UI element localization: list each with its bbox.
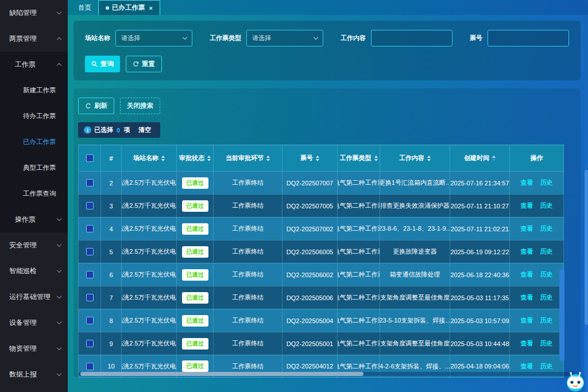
assistant-robot-icon[interactable] (563, 369, 587, 392)
reset-button[interactable]: 重置 (126, 56, 162, 72)
column-label: 票号 (300, 154, 313, 162)
sort-icon[interactable] (492, 156, 496, 161)
header-cell-4[interactable]: 票号 (283, 145, 338, 171)
row-checkbox[interactable] (86, 294, 94, 301)
tab-done-work-tickets[interactable]: 已办工作票× (98, 0, 160, 15)
history-link[interactable]: 历史 (540, 270, 553, 279)
history-link[interactable]: 历史 (540, 201, 553, 210)
tab-home[interactable]: 首页 (71, 0, 98, 15)
history-link[interactable]: 历史 (540, 316, 553, 325)
sidebar-item-0[interactable]: 缺陷管理 (0, 0, 68, 26)
sidebar-item-3[interactable]: 新建工作票 (0, 77, 68, 103)
sort-icon[interactable] (161, 156, 165, 161)
refresh-button[interactable]: 刷新 (78, 98, 114, 114)
row-cell-4: DQ2-202505006 (283, 286, 338, 309)
sidebar-item-12[interactable]: 设备管理 (0, 310, 68, 336)
ticket-no-input[interactable] (488, 30, 569, 46)
row-cell-7: 2025-06-18 22:40:36 (450, 263, 510, 286)
header-cell-5[interactable]: 工作票类型 (338, 145, 380, 171)
sidebar-item-4[interactable]: 待办工作票 (0, 103, 68, 129)
clear-selection-link[interactable]: 清空 (138, 126, 151, 134)
sidebar-item-8[interactable]: 操作票 (0, 207, 68, 232)
sidebar-item-13[interactable]: 物资管理 (0, 336, 68, 362)
view-link[interactable]: 查看 (521, 339, 533, 348)
horizontal-scrollbar[interactable] (78, 372, 575, 376)
view-link[interactable]: 查看 (521, 201, 533, 210)
reset-icon (133, 61, 139, 67)
header-cell-2[interactable]: 审批状态 (177, 145, 214, 171)
sidebar-item-label: 数据上报 (9, 370, 37, 379)
row-cell-2: 已通过 (177, 286, 214, 309)
row-checkbox[interactable] (86, 179, 94, 187)
table-row: 3临洮2.5万千瓦光伏电...已通过工作票终结DQ2-202507005电气第二… (78, 194, 564, 217)
sort-icon[interactable] (374, 156, 378, 161)
sort-asc-icon (207, 156, 211, 158)
row-checkbox[interactable] (86, 340, 94, 347)
view-link[interactable]: 查看 (521, 293, 533, 302)
work-content-input[interactable] (371, 30, 452, 46)
sort-icon[interactable] (266, 156, 270, 161)
sidebar-item-label: 智能巡检 (9, 266, 37, 276)
sidebar-item-7[interactable]: 工作票查询 (0, 181, 68, 207)
header-cell-6[interactable]: 工作内容 (380, 145, 450, 171)
view-link[interactable]: 查看 (521, 362, 533, 371)
view-link[interactable]: 查看 (521, 247, 533, 256)
sidebar-item-label: 安全管理 (9, 240, 37, 250)
chevron-down-icon (183, 35, 187, 40)
sidebar-item-label: 物资管理 (9, 344, 37, 354)
view-link[interactable]: 查看 (521, 178, 533, 187)
row-cell-4: DQ2-202507002 (283, 218, 338, 240)
sidebar-item-14[interactable]: 数据上报 (0, 362, 68, 387)
row-checkbox-cell (78, 218, 101, 240)
station-name-select[interactable]: 请选择 (115, 30, 192, 46)
row-checkbox[interactable] (86, 317, 94, 324)
row-cell-4: DQ2-202505001 (283, 332, 338, 355)
row-checkbox[interactable] (86, 225, 94, 232)
select-all-checkbox[interactable] (86, 154, 94, 162)
header-cell-7[interactable]: 创建时间 (450, 145, 510, 171)
close-search-button[interactable]: 关闭搜索 (120, 98, 160, 114)
sort-icon[interactable] (316, 156, 319, 161)
history-link[interactable]: 历史 (540, 293, 553, 302)
view-link[interactable]: 查看 (521, 270, 533, 279)
header-cell-8[interactable]: 操作 (510, 145, 564, 171)
history-link[interactable]: 历史 (540, 362, 553, 371)
station-name-label: 场站名称 (85, 34, 110, 42)
search-button[interactable]: 查询 (85, 56, 120, 72)
view-link[interactable]: 查看 (521, 316, 533, 325)
sidebar-item-10[interactable]: 智能巡检 (0, 258, 68, 284)
filter-row: 场站名称 请选择 工作票类型 请选择 工作内容 (85, 30, 569, 46)
view-link[interactable]: 查看 (521, 224, 533, 233)
sort-asc-icon (492, 156, 496, 158)
header-cell-0[interactable]: # (101, 145, 122, 171)
row-checkbox[interactable] (86, 202, 94, 209)
history-link[interactable]: 历史 (540, 178, 553, 187)
sidebar-item-5[interactable]: 已办工作票 (0, 129, 68, 155)
row-checkbox[interactable] (86, 271, 94, 278)
vertical-scrollbar[interactable] (585, 15, 588, 392)
history-link[interactable]: 历史 (540, 247, 553, 256)
header-cell-3[interactable]: 当前审批环节 (214, 145, 283, 171)
status-badge: 已通过 (182, 246, 208, 258)
sidebar-item-2[interactable]: 工作票 (0, 52, 68, 77)
sidebar-item-6[interactable]: 典型工作票 (0, 155, 68, 181)
history-link[interactable]: 历史 (540, 339, 553, 348)
sort-icon[interactable] (207, 156, 211, 161)
table-scrollbar-thumb[interactable] (559, 269, 564, 361)
sidebar-item-11[interactable]: 运行基础管理 (0, 284, 68, 310)
history-link[interactable]: 历史 (540, 224, 553, 233)
vertical-scrollbar-thumb[interactable] (585, 170, 588, 325)
tab-close-icon[interactable]: × (149, 5, 153, 11)
reset-button-label: 重置 (142, 60, 155, 68)
row-checkbox[interactable] (86, 248, 94, 255)
header-cell-1[interactable]: 场站名称 (122, 145, 177, 171)
sort-icon[interactable] (427, 156, 431, 161)
search-button-label: 查询 (100, 60, 114, 68)
status-badge: 已通过 (182, 223, 208, 235)
ticket-type-select[interactable]: 请选择 (246, 30, 323, 46)
row-checkbox[interactable] (86, 363, 94, 370)
sidebar-item-1[interactable]: 两票管理 (0, 26, 68, 52)
sidebar-item-9[interactable]: 安全管理 (0, 232, 68, 258)
status-badge: 已通过 (182, 177, 208, 189)
horizontal-scrollbar-thumb[interactable] (80, 372, 363, 376)
